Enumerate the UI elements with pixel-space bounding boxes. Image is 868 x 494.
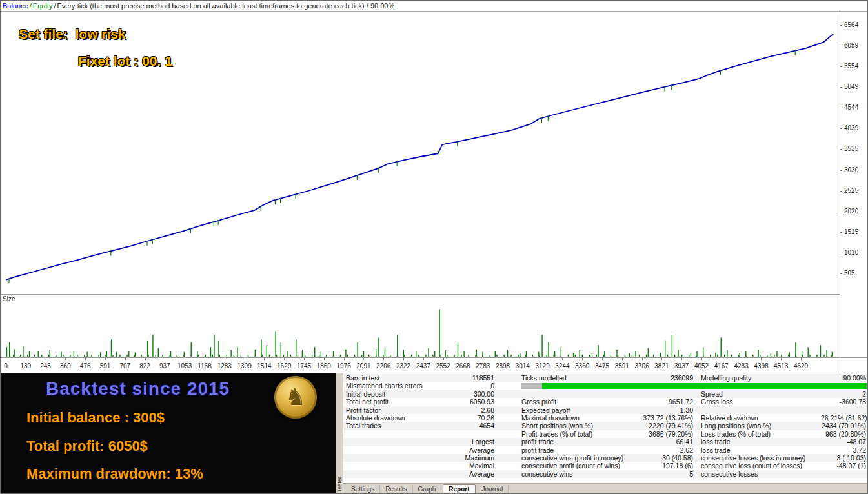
- size-bar: [111, 339, 112, 357]
- x-axis-tickmark: [503, 358, 503, 360]
- report-value: 0: [454, 382, 497, 390]
- x-axis-tickmark: [403, 358, 404, 360]
- size-bar: [639, 355, 640, 357]
- size-bar: [625, 355, 625, 357]
- size-bar: [231, 350, 232, 357]
- size-bar: [823, 355, 824, 357]
- size-bar: [404, 355, 405, 357]
- x-axis-label: 1745: [297, 362, 311, 370]
- report-label: consecutive wins: [497, 470, 639, 478]
- size-bar: [333, 351, 334, 357]
- x-axis-tickmark: [125, 358, 126, 360]
- x-axis-tickmark: [622, 358, 623, 360]
- x-axis-label: 2437: [416, 362, 430, 370]
- size-bar: [262, 355, 263, 357]
- size-bar: [802, 355, 803, 357]
- balance-line: [6, 34, 833, 280]
- size-bar: [660, 353, 661, 357]
- size-bar: [809, 355, 810, 357]
- report-panel: Bars in test118551Ticks modelled236099Mo…: [343, 373, 868, 494]
- y-axis-label: 3535: [844, 145, 858, 152]
- size-bar: [532, 355, 533, 357]
- size-bar: [425, 355, 426, 357]
- report-value: 90.00%: [821, 374, 868, 382]
- size-bar: [6, 347, 7, 357]
- x-axis-tickmark: [742, 358, 742, 360]
- report-value: 2: [821, 390, 868, 398]
- size-bar: [134, 355, 134, 357]
- y-axis-label: 505: [844, 270, 855, 277]
- report-label: Profit factor: [343, 406, 454, 414]
- tester-panel-tab[interactable]: Tester: [336, 477, 343, 493]
- size-bar: [61, 352, 61, 357]
- report-value: 968 (20.80%): [821, 430, 868, 438]
- x-axis-label: 130: [20, 362, 31, 370]
- size-bar: [568, 355, 569, 357]
- size-bar: [781, 355, 782, 357]
- report-value: -3.72: [821, 446, 868, 454]
- x-axis-label: 1976: [336, 362, 350, 370]
- x-axis-tickmark: [781, 358, 782, 360]
- size-bar: [305, 355, 305, 357]
- tab-results[interactable]: Results: [380, 485, 412, 493]
- x-axis-label: 3360: [575, 362, 589, 370]
- x-axis-label: 1514: [257, 362, 271, 370]
- report-row: Total net profit6050.93Gross profit9651.…: [343, 398, 868, 406]
- size-bar: [13, 355, 14, 357]
- size-bar: [434, 351, 435, 357]
- x-axis-label: 2091: [356, 362, 370, 370]
- size-bar: [411, 355, 412, 357]
- x-axis-tickmark: [701, 358, 702, 360]
- report-label: consecutive wins (profit in money): [497, 454, 639, 462]
- report-label: Initial deposit: [343, 390, 454, 398]
- x-axis-tickmark: [642, 358, 643, 360]
- size-bar: [454, 355, 454, 357]
- size-bar: [816, 355, 817, 357]
- report-value: Largest: [454, 438, 497, 446]
- size-bar: [774, 355, 774, 357]
- size-bar: [210, 347, 211, 357]
- equity-series-label: Equity: [33, 2, 53, 10]
- y-axis-tickmark: [840, 232, 842, 233]
- x-axis-tickmark: [562, 358, 563, 360]
- report-label: Gross loss: [696, 398, 821, 406]
- chart-model-description: Every tick (the most precise method base…: [57, 2, 394, 10]
- size-bar: [219, 355, 220, 357]
- promo-box: Backtest since 2015 ♞ Initial balance : …: [1, 373, 336, 494]
- size-bar: [548, 342, 549, 357]
- tab-report[interactable]: Report: [443, 484, 475, 494]
- size-bar: [141, 355, 141, 357]
- tab-settings[interactable]: Settings: [346, 485, 380, 493]
- x-axis-label: 1860: [317, 362, 331, 370]
- size-bar: [681, 355, 682, 357]
- tab-graph[interactable]: Graph: [413, 485, 442, 493]
- x-axis-tickmark: [443, 358, 444, 360]
- size-bar: [281, 342, 281, 357]
- report-value: 3 (-10.03): [821, 454, 868, 462]
- report-label: Modelling quality: [696, 374, 821, 382]
- report-value: 300.00: [454, 390, 497, 398]
- mt4-tester-report-window: Balance/Equity/Every tick (the most prec…: [0, 0, 868, 494]
- x-axis-tickmark: [264, 358, 265, 360]
- size-bar: [158, 348, 159, 357]
- size-bar: [170, 351, 171, 357]
- x-axis-label: 2898: [496, 362, 510, 370]
- report-value: [821, 470, 868, 478]
- tab-journal[interactable]: Journal: [477, 485, 509, 493]
- report-row: Averageconsecutive wins5consecutive loss…: [343, 470, 868, 478]
- size-bar: [74, 351, 74, 357]
- report-label: Relative drawdown: [696, 414, 821, 422]
- x-axis-label: 3475: [595, 362, 609, 370]
- size-bar: [526, 351, 527, 357]
- size-bar: [147, 341, 148, 357]
- size-bar: [461, 355, 461, 357]
- x-axis-label: 245: [40, 362, 51, 370]
- report-label: profit trade: [497, 438, 639, 446]
- size-bar: [14, 349, 14, 357]
- size-bar: [261, 339, 261, 357]
- y-axis-label: 6564: [844, 21, 858, 28]
- x-axis-tickmark: [463, 358, 463, 360]
- size-bar: [667, 355, 668, 357]
- x-axis-label: 3129: [535, 362, 549, 370]
- size-bar: [403, 350, 404, 357]
